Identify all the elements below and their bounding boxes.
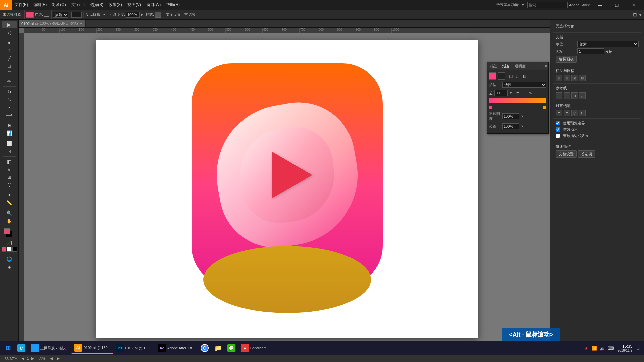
toolbar-icon-2[interactable]: ▼ xyxy=(638,12,643,17)
status-nav-prev[interactable]: ◀ xyxy=(48,356,55,361)
gp-angle-dropdown[interactable]: ▼ xyxy=(509,91,512,95)
tool-line[interactable]: ╱ xyxy=(2,55,17,62)
gp-swatch-black[interactable] xyxy=(498,72,505,80)
taskbar-browser[interactable]: 🌐 上网导航 - 轻快... xyxy=(28,342,71,354)
close-button[interactable]: ✕ xyxy=(626,0,641,10)
gp-close-btn[interactable]: » xyxy=(541,64,543,69)
sys-tray-4[interactable]: ⌨ xyxy=(607,345,615,351)
guide-icon-2[interactable]: ⊟ xyxy=(564,92,570,99)
gradient-bar[interactable] xyxy=(489,98,546,103)
tool-warp[interactable]: ~ xyxy=(2,104,17,111)
gp-tab-gradient[interactable]: 渐变 xyxy=(500,63,512,69)
guide-icon-4[interactable]: ⬚ xyxy=(579,92,586,99)
tab-close-btn[interactable]: ✕ xyxy=(79,21,83,26)
stroke-type-select[interactable]: 描边 xyxy=(53,12,68,18)
sys-clock[interactable]: 16:35 2018/11/2 xyxy=(618,344,633,352)
scale-strokes-checkbox[interactable] xyxy=(556,134,560,138)
tool-type[interactable]: T xyxy=(2,47,17,54)
gp-stroke-icon[interactable]: □ xyxy=(522,90,527,96)
show-desktop-btn[interactable]: □ xyxy=(635,345,640,351)
preferences-quick-btn[interactable]: 首选项 xyxy=(578,150,595,158)
menu-view[interactable]: 视图(V) xyxy=(125,0,144,10)
menu-file[interactable]: 文件(F) xyxy=(12,0,31,10)
tool-artboard[interactable]: ⬜ xyxy=(2,140,17,147)
tool-eyedropper[interactable]: ✦ xyxy=(2,191,17,199)
gp-tab-stroke[interactable]: 描边 xyxy=(488,63,500,69)
snap-pixel-checkbox[interactable] xyxy=(556,121,560,125)
ruler-icon-1[interactable]: ⊞ xyxy=(556,75,562,81)
tool-mesh[interactable]: # xyxy=(2,166,17,173)
tool-scale[interactable]: ⤡ xyxy=(2,96,17,103)
gp-type-select[interactable]: 线性 径向 xyxy=(502,82,546,88)
taskbar-files[interactable]: 📁 xyxy=(211,342,225,354)
menu-object[interactable]: 对象(O) xyxy=(49,0,68,10)
tool-blend[interactable]: ◈ xyxy=(2,263,17,270)
tool-reflect[interactable]: 🌐 xyxy=(2,255,17,263)
taskbar-chrome[interactable] xyxy=(198,342,211,354)
workspace-dropdown-icon[interactable]: ▼ xyxy=(521,3,525,7)
ruler-icon-2[interactable]: ⊟ xyxy=(564,75,570,81)
taskbar-ae[interactable]: Ae Adobe After Eff... xyxy=(155,342,198,354)
align-icon-3[interactable]: ⬡ xyxy=(571,110,578,116)
minimize-button[interactable]: — xyxy=(592,0,608,10)
tool-select-arrow[interactable]: ▶ xyxy=(2,21,17,28)
menu-select[interactable]: 选择(S) xyxy=(87,0,106,10)
tool-column-chart[interactable]: 📊 xyxy=(2,129,17,137)
fill-swatch[interactable] xyxy=(26,12,34,18)
menu-text[interactable]: 文字(T) xyxy=(69,0,87,10)
tool-pen[interactable]: ✒ xyxy=(2,39,17,47)
ruler-icon-4[interactable]: ⊡ xyxy=(579,75,586,81)
grad-stop-right[interactable] xyxy=(543,106,546,109)
gp-edit-icon[interactable]: ✎ xyxy=(528,90,533,96)
zoom-next-btn[interactable]: ▶ xyxy=(31,356,34,360)
menu-window[interactable]: 窗口(W) xyxy=(144,0,163,10)
stroke-swatch[interactable] xyxy=(44,13,49,17)
grad-stop-left[interactable] xyxy=(489,106,492,109)
gp-menu-icon[interactable]: ≡ xyxy=(545,64,547,69)
artboard-input[interactable] xyxy=(577,48,604,54)
tool-width[interactable]: ⟺ xyxy=(2,111,17,119)
ruler-icon-3[interactable]: ⊠ xyxy=(571,75,578,81)
tool-paintbrush[interactable]: ⌒ xyxy=(2,70,17,77)
tool-live-paint[interactable]: ⬡ xyxy=(2,181,17,188)
edit-artboard-btn[interactable]: 编辑画板 xyxy=(556,56,577,63)
menu-effect[interactable]: 效果(X) xyxy=(106,0,125,10)
status-nav-next[interactable]: ▶ xyxy=(55,356,62,361)
tool-direct-select[interactable]: ◁ xyxy=(2,29,17,36)
snap-angle-checkbox[interactable] xyxy=(556,127,560,132)
tool-shape-builder[interactable]: ⊞ xyxy=(2,173,17,181)
unit-select[interactable]: 像素 xyxy=(577,41,639,47)
extra-swatch-3[interactable] xyxy=(12,247,17,252)
guide-icon-3[interactable]: ⊿ xyxy=(571,92,578,99)
menu-edit[interactable]: 编辑(E) xyxy=(31,0,49,10)
fill-color-swatch[interactable] xyxy=(4,228,10,234)
style-swatch[interactable] xyxy=(155,12,161,18)
gp-location-input[interactable] xyxy=(502,123,519,129)
gp-location-dropdown[interactable]: ▼ xyxy=(521,125,524,128)
maximize-button[interactable]: □ xyxy=(609,0,625,10)
zoom-prev-btn[interactable]: ◀ xyxy=(21,356,24,360)
gp-tab-opacity[interactable]: 透明度 xyxy=(513,63,528,69)
toolbar-icon-1[interactable]: ⊞ xyxy=(633,12,637,17)
artboard-prev-btn[interactable]: ◀ xyxy=(605,49,608,54)
gp-reverse-icon[interactable]: ⇄ xyxy=(515,90,521,96)
doc-settings-btn[interactable]: 文档设置 xyxy=(556,150,577,158)
sys-tray-1[interactable]: 🔺 xyxy=(583,345,590,351)
gp-icon-2[interactable]: ⬚ xyxy=(515,73,521,79)
zoom-level[interactable]: 66.67% xyxy=(3,357,19,361)
tool-pencil[interactable]: ✏ xyxy=(2,78,17,85)
doc-tab-0102[interactable]: 0102.ai @ 100% (RGB/GPU 预览) ✕ xyxy=(19,20,86,27)
none-swatch[interactable] xyxy=(7,241,12,245)
tool-gradient[interactable]: ◧ xyxy=(2,158,17,165)
align-icon-1[interactable]: ⊐ xyxy=(556,110,562,116)
tool-measure[interactable]: 📏 xyxy=(2,199,17,206)
align-icon-2[interactable]: ⊏ xyxy=(564,110,570,116)
canvas-inner[interactable] xyxy=(24,33,550,355)
canvas-area[interactable]: 50 100 150 200 250 300 350 400 450 500 5… xyxy=(19,28,550,355)
taskbar-wechat[interactable]: 💬 xyxy=(225,342,238,354)
shape-dropdown-icon[interactable]: ▼ xyxy=(103,13,106,16)
menu-help[interactable]: 帮助(H) xyxy=(163,0,182,10)
gp-opacity-dropdown[interactable]: ▼ xyxy=(521,115,524,118)
tool-rect[interactable]: □ xyxy=(2,62,17,70)
taskbar-ie[interactable]: e xyxy=(15,342,28,354)
